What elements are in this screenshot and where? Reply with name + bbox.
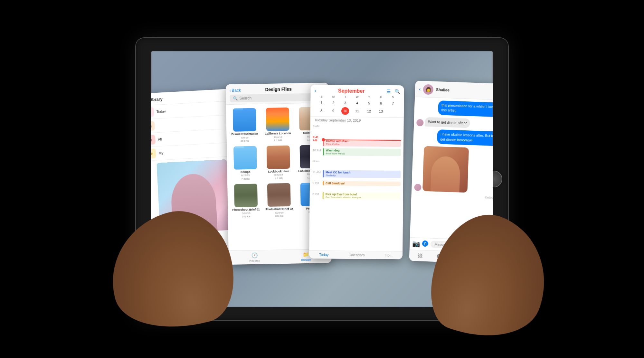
cal-day-header-w: W (351, 95, 363, 98)
files-item-meta-photoshoot-01: 5/10/19741 KB (232, 212, 260, 219)
music-header-title: Library (151, 97, 163, 102)
cal-time-1pm: 1 PM (312, 181, 323, 184)
files-item-california[interactable]: California Location 10/4/181.1 MB (261, 106, 294, 144)
files-thumb-brand (233, 108, 256, 131)
files-recents-label: Recents (249, 259, 260, 262)
cal-day-12[interactable]: 12 (365, 107, 373, 115)
messages-camera-icon[interactable]: 📷 (412, 240, 421, 248)
calendar-days-grid: 1 2 3 4 5 6 7 8 9 10 11 12 13 (314, 99, 400, 115)
files-tab-recents[interactable]: 🕐 Recents (249, 252, 260, 262)
files-item-comps[interactable]: Comps 8/22/197 items (229, 144, 262, 182)
cal-time-row-11am: 11 AM Meet CC for lunch Starbelly (310, 169, 403, 181)
cal-day-4[interactable]: 4 (353, 99, 361, 107)
cal-time-row-8am: 8 AM (310, 123, 403, 135)
cal-event-dog[interactable]: Wash dog Bow Wow Meow (323, 148, 401, 156)
calendar-days-header: S M T W T F S (314, 95, 400, 99)
calendar-month-title: September (338, 88, 365, 94)
cal-time-row-941: 9:41 AM Coffee with Ravi Philz Coffee (310, 134, 403, 148)
music-app-label: ♫ Music (151, 89, 160, 90)
cal-time-10am: 10 AM (313, 148, 323, 152)
music-app-title: Music (151, 89, 160, 89)
messages-appstore-icon[interactable]: 🅐 (422, 240, 429, 248)
cal-tab-inbox[interactable]: Inb... (385, 253, 393, 257)
cal-day-2[interactable]: 2 (329, 99, 337, 107)
cal-day-5[interactable]: 5 (365, 99, 373, 107)
msg-sent-1-text: this presentation for a while! I love th… (441, 103, 493, 112)
cal-day-header-s1: S (316, 95, 327, 98)
calendar-search-icon[interactable]: 🔍 (394, 89, 400, 94)
msg-recv-avatar-1 (416, 119, 424, 126)
ipad-frame: ♫ Music ‹ Library ♫ Today (135, 37, 509, 321)
files-browse-icon: 📁 (303, 251, 309, 257)
files-item-meta-california: 10/4/181.1 MB (265, 135, 291, 142)
music-all-label: All (158, 137, 162, 141)
messages-photos-icon[interactable]: 🖼 (418, 253, 422, 258)
cal-day-8[interactable]: 8 (317, 107, 325, 114)
cal-day-header-t2: T (363, 95, 375, 99)
files-recents-icon: 🕐 (251, 252, 258, 258)
cal-time-2pm: 2 PM (312, 192, 323, 195)
files-item-brand-presentation[interactable]: Brand Presentation 5/8/19264 KB (228, 107, 261, 144)
msg-sent-2-text: I have ukulele lessons after. But let's … (440, 132, 493, 142)
cal-event-eva[interactable]: Pick up Eva from hotel San Francisco Mar… (323, 192, 401, 200)
cal-day-7[interactable]: 7 (389, 99, 397, 107)
files-item-name-brand: Brand Presentation (231, 132, 258, 136)
cal-time-row-noon: Noon (310, 158, 403, 170)
cal-time-8am: 8 AM (313, 124, 323, 127)
cal-day-11[interactable]: 11 (353, 107, 361, 115)
files-back-label: Back (232, 87, 241, 92)
messages-delivered-label: Delivered (414, 193, 493, 199)
files-item-meta-photoshoot-02: 8/25/19883 KB (266, 211, 293, 218)
cal-event-sandoval[interactable]: Call Sandoval (323, 181, 401, 186)
cal-day-3[interactable]: 3 (341, 99, 349, 107)
msg-recv-avatar-2 (414, 184, 421, 191)
files-search-icon: 🔍 (233, 96, 238, 100)
messages-back-button[interactable]: ‹ (419, 86, 421, 92)
cal-event-eva-sub: San Francisco Marrion Marquis (326, 196, 399, 199)
cal-time-row-2pm: 2 PM Pick up Eva from hotel San Francisc… (310, 191, 403, 203)
cal-day-10-today[interactable]: 10 (341, 107, 349, 115)
calendar-action-icons: ☰ 🔍 (386, 89, 400, 94)
cal-time-row-1pm: 1 PM Call Sandoval (310, 180, 403, 192)
cal-day-6[interactable]: 6 (377, 99, 385, 107)
calendar-back-button[interactable]: ‹ (314, 88, 316, 93)
files-item-meta-comps: 8/22/197 items (241, 174, 251, 181)
cal-event-sandoval-title: Call Sandoval (326, 182, 399, 185)
calendar-bottom-bar: Today Calendars Inb... (309, 250, 402, 259)
files-back-button[interactable]: ‹ Back (230, 87, 241, 92)
cal-time-941: 9:41 AM (313, 135, 323, 142)
cal-day-1[interactable]: 1 (317, 99, 325, 106)
files-thumb-photoshoot-01 (234, 184, 258, 207)
cal-tab-calendars[interactable]: Calendars (348, 253, 365, 257)
msg-recv-image (422, 146, 469, 193)
cal-time-11am: 11 AM (312, 170, 323, 174)
music-today-label: Today (156, 109, 166, 114)
music-radio-icon: ◉ (151, 121, 155, 131)
msg-recv-image-wrap (414, 146, 493, 193)
music-my-label: My (158, 151, 163, 155)
cal-event-lunch-sub: Starbelly (326, 174, 399, 177)
msg-image-figure (431, 156, 460, 192)
cal-day-9[interactable]: 9 (329, 107, 337, 115)
cal-tab-today[interactable]: Today (319, 253, 328, 257)
msg-sent-1-wrap: this presentation for a while! I love th… (417, 99, 493, 117)
files-item-name-california: California Location (265, 131, 291, 135)
calendar-list-icon[interactable]: ☰ (386, 89, 391, 94)
files-search-placeholder: Search (239, 96, 251, 100)
cal-event-lunch[interactable]: Meet CC for lunch Starbelly (323, 170, 401, 178)
music-label-text: Music (151, 89, 160, 89)
calendar-date-label: Tuesday September 10, 2019 (310, 117, 404, 124)
files-thumb-photoshoot-02 (267, 183, 291, 206)
files-item-lookbook-hero[interactable]: Lookbook Hero 8/22/191.6 MB (262, 144, 295, 182)
calendar-app-card[interactable]: 10 Calendar Today ‹ September ☰ (309, 84, 404, 259)
files-item-name-photoshoot-02: Photoshoot Brief 02 (265, 207, 293, 211)
files-thumb-lookbook-hero (267, 145, 290, 169)
msg-sent-1: this presentation for a while! I love th… (438, 100, 493, 117)
cal-day-header-s2: S (387, 95, 399, 99)
cal-day-13[interactable]: 13 (377, 107, 385, 115)
files-item-meta-lookbook-hero: 8/22/191.6 MB (268, 173, 289, 180)
files-thumb-california (266, 107, 289, 131)
files-item-photoshoot-01[interactable]: Photoshoot Brief 01 5/10/19741 KB (229, 182, 262, 220)
msg-recv-1: Want to get dinner after? (425, 117, 470, 128)
files-item-photoshoot-02[interactable]: Photoshoot Brief 02 8/25/19883 KB (262, 182, 296, 219)
